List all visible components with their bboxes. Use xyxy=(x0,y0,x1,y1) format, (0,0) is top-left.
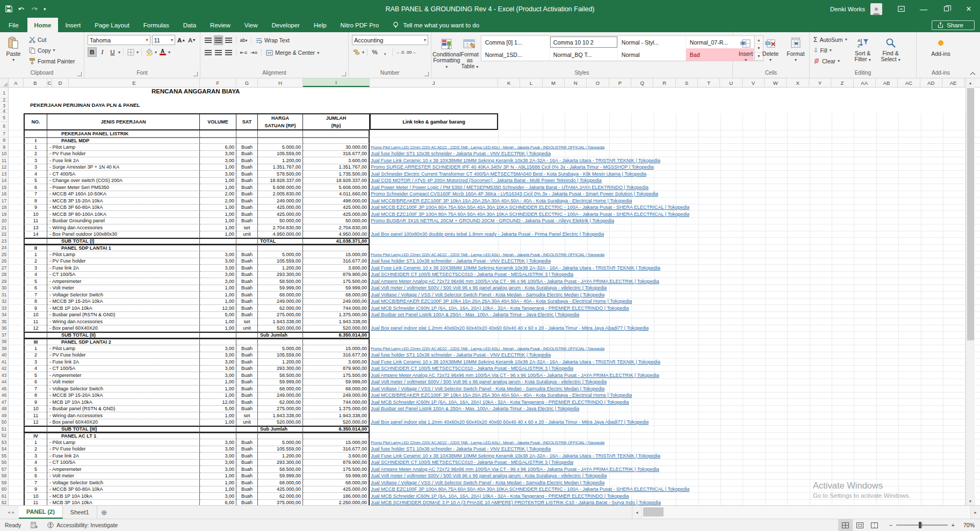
link-J16[interactable]: Promo Schneider Compact CVS160F Mccb 160… xyxy=(371,191,658,197)
cell-A26[interactable] xyxy=(9,258,24,265)
cell-G36[interactable]: unit xyxy=(236,325,258,332)
link-J59[interactable]: Jual Voltase / Voltage / VSS / Volt Sele… xyxy=(371,480,604,485)
cell-B40[interactable]: 2 xyxy=(24,352,47,359)
cell-F62[interactable]: 6,00 xyxy=(200,500,236,506)
cell-I34[interactable]: 1.375.000,00 xyxy=(303,312,370,319)
cell-A56[interactable] xyxy=(9,460,24,467)
cell-G20[interactable]: Buah xyxy=(236,218,258,225)
link-J46[interactable]: Jual MCCB/BREAKER EZC100F 3P 10kA 15A 20… xyxy=(371,392,632,398)
col-header-AB[interactable]: AB xyxy=(876,78,898,87)
cell-H16[interactable]: 2.005.830,00 xyxy=(258,191,303,198)
cell-H45[interactable]: 68.000,00 xyxy=(258,385,303,392)
menu-tab-developer[interactable]: Developer xyxy=(265,18,307,32)
cell-A20[interactable] xyxy=(9,218,24,225)
cell-F44[interactable]: 1,00 xyxy=(200,379,236,386)
cell-A31[interactable] xyxy=(9,292,24,299)
cell-row-4[interactable] xyxy=(9,110,980,113)
row-header-35[interactable]: 35 xyxy=(0,318,9,325)
cell-I12[interactable]: 1.351.767,00 xyxy=(303,164,370,171)
link-J31[interactable]: Jual Voltase / Voltage / VSS / Volt Sele… xyxy=(371,292,604,297)
grow-font-button[interactable]: A▲ xyxy=(177,35,186,45)
accounting-format-button[interactable] xyxy=(352,47,361,57)
cell-I47[interactable]: 744.000,00 xyxy=(303,399,370,406)
cell-H52[interactable] xyxy=(258,433,303,440)
top-align-button[interactable] xyxy=(204,35,213,45)
cell-B44[interactable]: 6 xyxy=(24,379,47,386)
col-header-T[interactable]: T xyxy=(698,78,720,87)
cell-J35[interactable] xyxy=(370,318,980,325)
cell-A33[interactable] xyxy=(9,305,24,312)
bold-button[interactable]: B xyxy=(88,47,97,57)
middle-align-button[interactable] xyxy=(214,35,223,45)
cell-H5[interactable]: HARGASATUAN (RP) xyxy=(258,113,303,130)
cell-A23[interactable] xyxy=(9,238,24,245)
cell-F12[interactable]: 1,00 xyxy=(200,164,236,171)
row-header-56[interactable]: 56 xyxy=(0,460,9,467)
cell-A9[interactable] xyxy=(9,144,24,151)
cell-J5[interactable]: Link toko & gambar barang xyxy=(370,113,980,130)
page-break-view-button[interactable] xyxy=(867,519,882,531)
cell-I29[interactable]: 175.500,00 xyxy=(303,278,370,285)
cell-H48[interactable]: 275.000,00 xyxy=(258,406,303,413)
cell-F51[interactable] xyxy=(200,426,236,433)
row-header-58[interactable]: 58 xyxy=(0,473,9,480)
cell-J18[interactable]: Jual MCCB EZC100F 3P 100A 80A 75A 60A 50… xyxy=(370,205,980,212)
cell-G33[interactable]: Buah xyxy=(236,305,258,312)
col-header-A[interactable]: A xyxy=(9,78,24,87)
cell-B17[interactable]: 8 xyxy=(24,198,47,205)
cell-G41[interactable]: Buah xyxy=(236,359,258,366)
cell-G49[interactable]: set xyxy=(236,412,258,419)
link-J48[interactable]: Jual Busbar set Panel Listrik 100A & 250… xyxy=(371,406,579,411)
cell-F14[interactable]: 1,00 xyxy=(200,178,236,185)
cell-G19[interactable]: Buah xyxy=(236,211,258,218)
cell-D60[interactable]: - MCCB 3P 60-80A 10kA xyxy=(47,486,200,493)
cell-B46[interactable]: 8 xyxy=(24,392,47,399)
cell-I21[interactable]: 2.704.830,00 xyxy=(303,224,370,231)
collapse-ribbon-icon[interactable] xyxy=(970,72,976,76)
cell-J28[interactable]: Jual SCHNEIDER CT 100/5 METSECT5CC010 - … xyxy=(370,272,980,279)
cell-I60[interactable]: 425.000,00 xyxy=(303,486,370,493)
link-J15[interactable]: Jual Power Meter / Power Logic / PM 5350… xyxy=(371,185,648,190)
cell-G54[interactable]: Buah xyxy=(236,446,258,453)
merge-center-button[interactable]: Merge & Center ▾ xyxy=(264,48,321,57)
cell-G52[interactable] xyxy=(236,433,258,440)
normal-view-button[interactable] xyxy=(838,519,853,531)
align-right-button[interactable] xyxy=(224,48,233,57)
cell-G50[interactable]: unit xyxy=(236,419,258,426)
col-header-E[interactable]: E xyxy=(69,78,200,87)
row-header-41[interactable]: 41 xyxy=(0,359,9,366)
link-J18[interactable]: Jual MCCB EZC100F 3P 100A 80A 75A 60A 50… xyxy=(371,205,689,210)
cell-F26[interactable]: 3,00 xyxy=(200,258,236,265)
cell-F45[interactable]: 1,00 xyxy=(200,385,236,392)
row-header-23[interactable]: 23 xyxy=(0,238,9,245)
menu-tab-view[interactable]: View xyxy=(237,18,265,32)
cell-D31[interactable]: - Voltage Selector Switch xyxy=(47,292,200,299)
cell-G30[interactable]: Buah xyxy=(236,285,258,292)
cell-I62[interactable]: 2.250.000,00 xyxy=(303,500,370,506)
cell-D37[interactable]: SUB TOTAL (II) xyxy=(47,332,200,339)
cell-A38[interactable] xyxy=(9,339,24,346)
row-header-22[interactable]: 22 xyxy=(0,231,9,238)
cell-B16[interactable]: 7 xyxy=(24,191,47,198)
cell-F47[interactable]: 12,00 xyxy=(200,399,236,406)
cell-D55[interactable]: - Fuse link 2A xyxy=(47,453,200,460)
menu-tab-home[interactable]: Home xyxy=(27,18,59,32)
cell-F30[interactable]: 1,00 xyxy=(200,285,236,292)
cell-A28[interactable] xyxy=(9,272,24,279)
undo-icon[interactable] xyxy=(18,6,25,12)
cell-J46[interactable]: Jual MCCB/BREAKER EZC100F 3P 10kA 15A 20… xyxy=(370,392,980,399)
cell-G9[interactable]: Buah xyxy=(236,144,258,151)
col-header-R[interactable]: R xyxy=(653,78,675,87)
cell-B21[interactable]: 13 xyxy=(24,224,47,231)
cell-F9[interactable]: 6,00 xyxy=(200,144,236,151)
font-dialog-launcher[interactable] xyxy=(193,72,198,76)
cell-J53[interactable]: Promo Pilot Lamp LED 22mm 220V AC AD22 -… xyxy=(370,439,980,446)
row-header-18[interactable]: 18 xyxy=(0,205,9,212)
cell-I61[interactable]: 186.000,00 xyxy=(303,493,370,500)
col-header-C[interactable]: C xyxy=(47,78,52,87)
cell-F52[interactable] xyxy=(200,433,236,440)
cell-H24[interactable] xyxy=(258,245,303,252)
cell-F43[interactable]: 3,00 xyxy=(200,372,236,379)
link-J22[interactable]: Jual Box panel 100x80x30 double pintu te… xyxy=(371,231,604,237)
cell-A60[interactable] xyxy=(9,486,24,493)
